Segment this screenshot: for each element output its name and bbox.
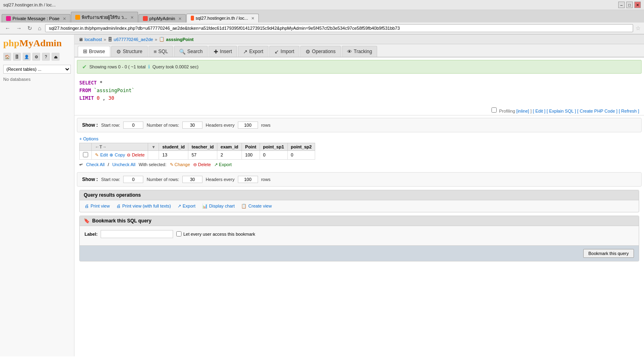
maximize-button[interactable]: □ xyxy=(626,2,633,8)
row-checkbox[interactable] xyxy=(83,152,88,157)
export-results-link[interactable]: ↗ Export xyxy=(178,204,196,209)
tab-browse[interactable]: ⊞ Browse xyxy=(78,46,110,57)
sidebar-icon-db[interactable]: 🗄 xyxy=(13,53,21,61)
tab-close-3[interactable]: ✕ xyxy=(178,16,182,21)
headers-every-input-bottom[interactable] xyxy=(238,176,258,183)
delete-selected-btn[interactable]: ⊖ Delete xyxy=(193,162,211,167)
bookmark-label-input[interactable] xyxy=(101,230,173,238)
profiling-label: Profiling xyxy=(499,109,515,113)
url-input[interactable] xyxy=(45,24,633,32)
th-exam-id[interactable]: exam_id xyxy=(217,143,242,150)
success-message: ✔ Showing rows 0 - 0 ( ~1 total ℹ Query … xyxy=(77,60,642,74)
profiling-edit-link[interactable]: [ Edit ] xyxy=(533,109,545,113)
show-label-bottom: Show : xyxy=(82,177,98,182)
sidebar-icon-help[interactable]: ? xyxy=(42,53,50,61)
no-databases-text: No databases xyxy=(3,77,71,82)
breadcrumb-db[interactable]: u677770246_ae2de xyxy=(114,37,153,42)
query-results-ops-content: 🖨 Print view 🖨 Print view (with full tex… xyxy=(80,200,639,212)
back-button[interactable]: ← xyxy=(3,24,12,32)
sidebar-icon-user[interactable]: 👤 xyxy=(23,53,31,61)
bookmark-submit-button[interactable]: Bookmark this query xyxy=(583,249,634,258)
tab-close-4[interactable]: ✕ xyxy=(251,16,254,21)
tab-operations[interactable]: ⚙ Operations xyxy=(300,46,341,57)
tab-4[interactable]: sql27.hostinger.in.th / loc... ✕ xyxy=(186,14,259,23)
options-toggle[interactable]: + Options xyxy=(79,136,98,141)
tab-close-2[interactable]: ✕ xyxy=(130,15,134,20)
th-point-sp2[interactable]: point_sp2 xyxy=(287,143,315,150)
td-checkbox xyxy=(80,150,92,159)
tab-search[interactable]: 🔍 Search xyxy=(174,46,208,57)
sidebar-icon-exit[interactable]: ⏏ xyxy=(52,53,60,61)
with-selected-label: With selected: xyxy=(138,162,166,167)
db-icon: 🗄 xyxy=(108,37,112,42)
forward-button[interactable]: → xyxy=(14,24,23,32)
import-icon: ↙ xyxy=(275,49,279,55)
reload-button[interactable]: ↻ xyxy=(26,24,34,32)
export-selected-btn[interactable]: ↗ Export xyxy=(214,162,232,167)
sidebar-icon-row: 🏠 🗄 👤 ⚙ ? ⏏ xyxy=(3,53,71,61)
search-icon: 🔍 xyxy=(179,49,186,55)
num-rows-input-bottom[interactable] xyxy=(182,176,202,183)
tab-structure[interactable]: ⚙ Structure xyxy=(111,46,148,57)
tab-import[interactable]: ↙ Import xyxy=(269,46,299,57)
delete-link[interactable]: Delete xyxy=(132,152,145,157)
th-student-id[interactable]: student_id xyxy=(159,143,188,150)
create-view-link[interactable]: 📋 Create view xyxy=(241,204,272,209)
sort-icon[interactable]: ▼ xyxy=(151,145,155,149)
address-bar: ← → ↻ ⌂ ☆ xyxy=(0,23,644,34)
tab-3[interactable]: phpMyAdmin ✕ xyxy=(138,14,186,23)
sql-from-keyword: FROM xyxy=(79,88,91,93)
change-selected-btn[interactable]: ✎ Change xyxy=(170,162,190,167)
check-all-link[interactable]: Check All xyxy=(86,162,105,167)
tab-1[interactable]: Private Message : Poae ✕ xyxy=(2,14,70,23)
profiling-explain-link[interactable]: [ Explain SQL ] xyxy=(547,109,576,113)
profiling-checkbox[interactable] xyxy=(491,107,497,113)
headers-every-input-top[interactable] xyxy=(238,121,258,129)
bookmark-access-checkbox[interactable] xyxy=(176,231,182,237)
print-view-link[interactable]: 🖨 Print view xyxy=(85,204,110,208)
tab-close-1[interactable]: ✕ xyxy=(63,16,66,21)
copy-icon: ⊕ xyxy=(109,152,113,158)
window-controls: – □ ✕ xyxy=(618,2,641,8)
tab-export[interactable]: ↗ Export xyxy=(238,46,268,57)
headers-every-label-bottom: Headers every xyxy=(206,177,235,182)
recent-tables-select[interactable]: (Recent tables) ... xyxy=(3,65,71,74)
sidebar-icon-home[interactable]: 🏠 xyxy=(3,53,11,61)
breadcrumb: 🖥 localhost » 🗄 u677770246_ae2de » 📋 ass… xyxy=(74,35,644,44)
profiling-refresh-link[interactable]: [ Refresh ] xyxy=(619,109,639,113)
th-teacher-id[interactable]: teacher_id xyxy=(188,143,217,150)
th-point[interactable]: Point xyxy=(242,143,260,150)
show-row-controls-bottom: Show : Start row: Number of rows: Header… xyxy=(77,172,642,187)
bookmark-section-title: Bookmark this SQL query xyxy=(92,218,151,224)
print-icon: 🖨 xyxy=(85,204,89,208)
num-rows-input-top[interactable] xyxy=(182,121,202,129)
sql-display: SELECT * FROM `asssingPoint` LIMIT 0 , 3… xyxy=(74,76,644,106)
copy-link[interactable]: Copy xyxy=(115,152,125,157)
start-row-input-bottom[interactable] xyxy=(123,176,143,183)
profiling-bar: Profiling [inline] ] [ Edit ] [ Explain … xyxy=(74,106,644,115)
th-point-sp1[interactable]: point_sp1 xyxy=(260,143,287,150)
bookmark-star-icon[interactable]: ☆ xyxy=(636,25,641,31)
start-row-input-top[interactable] xyxy=(123,121,143,129)
profiling-inline-link[interactable]: [inline] xyxy=(516,109,529,113)
display-chart-link[interactable]: 📊 Display chart xyxy=(202,204,235,209)
operations-icon: ⚙ xyxy=(305,49,310,55)
edit-link[interactable]: Edit xyxy=(100,152,108,157)
bookmark-label-row: Label: Let every user access this bookma… xyxy=(85,230,634,238)
profiling-php-link[interactable]: [ Create PHP Code ] xyxy=(577,109,617,113)
pma-logo: phpMyAdmin xyxy=(3,38,71,49)
breadcrumb-localhost[interactable]: localhost xyxy=(85,37,102,42)
tabs-bar: Private Message : Poae ✕ พิจรับงานช่วยผู… xyxy=(0,10,644,23)
uncheck-all-link[interactable]: Uncheck All xyxy=(112,162,135,167)
sidebar-icon-settings[interactable]: ⚙ xyxy=(32,53,40,61)
close-button[interactable]: ✕ xyxy=(634,2,641,8)
tab-sql[interactable]: ≡ SQL xyxy=(149,46,173,57)
tab-2[interactable]: พิจรับงานช่วยผู้ให้รับ ว... ✕ xyxy=(71,12,138,23)
tab-insert[interactable]: ✚ Insert xyxy=(208,46,237,57)
home-button[interactable]: ⌂ xyxy=(36,24,43,32)
bookmark-footer: Bookmark this query xyxy=(80,245,639,261)
tab-tracking[interactable]: 👁 Tracking xyxy=(342,46,378,57)
minimize-button[interactable]: – xyxy=(618,2,625,8)
info-icon[interactable]: ℹ xyxy=(148,64,150,70)
print-view-full-link[interactable]: 🖨 Print view (with full texts) xyxy=(116,204,171,208)
